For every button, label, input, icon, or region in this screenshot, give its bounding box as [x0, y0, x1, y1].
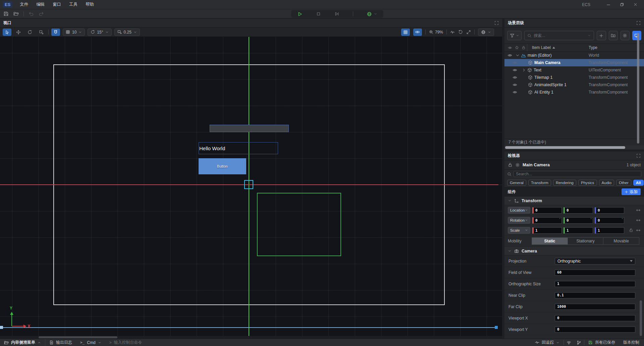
hierarchy-search[interactable] — [524, 31, 594, 40]
tree-row-world[interactable]: main (Editor) World — [504, 52, 644, 59]
scale-x-input[interactable] — [532, 227, 562, 234]
location-y-input[interactable] — [564, 207, 593, 214]
menu-edit[interactable]: 编辑 — [32, 0, 49, 9]
hierarchy-hscrollbar-thumb[interactable] — [505, 146, 625, 149]
rotation-x-input[interactable] — [532, 217, 562, 224]
link-values-icon[interactable] — [636, 208, 641, 213]
zoom-control[interactable]: 79% — [429, 30, 443, 35]
visibility-eye-icon[interactable] — [513, 68, 517, 72]
save-icon[interactable] — [3, 11, 9, 16]
scene-region-rect[interactable] — [257, 193, 341, 256]
grid-visibility-button[interactable] — [401, 28, 410, 36]
tab-physics[interactable]: Physics — [578, 180, 597, 186]
lock-open-icon[interactable] — [629, 228, 633, 232]
mobility-movable[interactable]: Movable — [603, 237, 639, 245]
scale-tool-button[interactable] — [37, 28, 46, 36]
scale-y-input[interactable] — [564, 227, 593, 234]
trace-dropdown[interactable]: 回追踪 — [531, 340, 564, 345]
far-clip-input[interactable] — [555, 304, 635, 310]
branch-button[interactable] — [574, 340, 584, 345]
lock-icon[interactable] — [522, 46, 526, 50]
visibility-eye-icon[interactable] — [513, 75, 517, 80]
visibility-eye-icon[interactable] — [513, 90, 517, 95]
visibility-eye-icon[interactable] — [513, 82, 517, 87]
expand-panel-icon[interactable] — [636, 154, 641, 158]
close-button[interactable] — [629, 0, 642, 9]
blue-guide-right-handle[interactable] — [495, 326, 498, 329]
tab-other[interactable]: Other — [616, 180, 631, 186]
tab-all[interactable]: All — [633, 180, 644, 186]
viewport-y-input[interactable] — [555, 327, 635, 333]
fullscreen-icon[interactable] — [466, 30, 471, 35]
expand-panel-icon[interactable] — [494, 21, 499, 25]
play-icon[interactable] — [297, 11, 303, 17]
location-dropdown[interactable]: Location — [508, 207, 530, 214]
mobility-stationary[interactable]: Stationary — [568, 237, 604, 245]
hierarchy-search-input[interactable] — [534, 33, 586, 38]
tab-general[interactable]: General — [507, 180, 526, 186]
scene-panel-object[interactable] — [210, 125, 289, 132]
column-item-label[interactable]: Item Label — [532, 45, 555, 50]
link-values-icon[interactable] — [636, 218, 641, 223]
gizmo-visibility-button[interactable] — [413, 28, 422, 36]
menu-help[interactable]: 帮助 — [82, 0, 98, 9]
network-status-button[interactable] — [564, 340, 574, 345]
cmd-dropdown[interactable]: >_ Cmd — [76, 339, 105, 346]
field-of-view-input[interactable] — [555, 270, 635, 276]
mobility-static[interactable]: Static — [532, 237, 568, 245]
snap-toggle-button[interactable] — [51, 28, 60, 36]
lock-open-icon[interactable] — [508, 163, 513, 167]
transform-section-header[interactable]: Transform — [504, 196, 644, 205]
open-folder-icon[interactable] — [13, 11, 19, 16]
rotation-dropdown[interactable]: Rotation — [508, 217, 530, 224]
step-icon[interactable] — [334, 11, 339, 16]
inspector-search-box[interactable] — [514, 171, 641, 177]
chevron-right-icon[interactable] — [522, 68, 526, 72]
viewport-hscrollbar-thumb[interactable] — [39, 336, 117, 338]
near-clip-input[interactable] — [555, 292, 635, 298]
filter-button[interactable] — [507, 31, 522, 40]
selection-handle[interactable] — [244, 180, 253, 189]
menu-window[interactable]: 窗口 — [49, 0, 65, 9]
console-command-input[interactable]: > 输入控制台命令 — [105, 339, 146, 346]
star-icon[interactable] — [515, 46, 519, 50]
link-values-icon[interactable] — [636, 228, 641, 233]
viewport-hscrollbar[interactable] — [0, 336, 502, 339]
rotation-snap-dropdown[interactable]: 15° — [88, 28, 111, 36]
redo-icon[interactable] — [39, 11, 44, 16]
undo-icon[interactable] — [29, 11, 34, 16]
minimize-button[interactable] — [602, 0, 615, 9]
inspector-vscrollbar-thumb[interactable] — [640, 300, 642, 336]
chevron-down-icon[interactable] — [515, 53, 520, 58]
hierarchy-vscrollbar-thumb[interactable] — [637, 33, 639, 143]
eye-icon[interactable] — [508, 46, 512, 50]
stop-icon[interactable] — [316, 11, 321, 16]
tree-row-animatedsprite[interactable]: AnimatedSprite 1 TransformComponent — [504, 81, 644, 89]
hierarchy-hscrollbar[interactable] — [504, 146, 644, 150]
output-log-button[interactable]: 输出日志 — [45, 339, 76, 346]
new-folder-button[interactable] — [609, 31, 618, 40]
visibility-eye-icon[interactable] — [507, 53, 512, 58]
grid-snap-dropdown[interactable]: 10 — [63, 28, 85, 36]
scene-button-object[interactable]: Button — [199, 158, 246, 174]
inspector-search-input[interactable] — [516, 172, 639, 176]
tree-row-ai-entity[interactable]: AI Entity 1 TransformComponent — [504, 89, 644, 96]
tab-audio[interactable]: Audio — [599, 180, 614, 186]
projection-select[interactable]: Orthographic — [555, 258, 635, 265]
tab-transform[interactable]: Transform — [528, 180, 551, 186]
location-z-input[interactable] — [595, 207, 624, 214]
select-tool-button[interactable] — [3, 28, 11, 36]
tree-row-tilemap[interactable]: Tilemap 1 TransformComponent — [504, 74, 644, 81]
location-x-input[interactable] — [532, 207, 562, 214]
scale-z-input[interactable] — [595, 227, 624, 234]
scale-dropdown[interactable]: Scale — [508, 227, 530, 234]
app-logo[interactable]: ES — [3, 1, 12, 8]
add-entity-button[interactable] — [597, 31, 606, 40]
tree-row-main-camera[interactable]: Main Camera TransformComponent — [504, 59, 644, 66]
expand-panel-icon[interactable] — [636, 21, 641, 25]
menu-tools[interactable]: 工具 — [65, 0, 82, 9]
content-drawer-button[interactable]: 内容侧滑菜单 — [0, 339, 45, 346]
maximize-button[interactable] — [615, 0, 629, 9]
add-component-button[interactable]: 添加 — [622, 188, 641, 195]
stats-wave-icon[interactable] — [450, 30, 455, 35]
